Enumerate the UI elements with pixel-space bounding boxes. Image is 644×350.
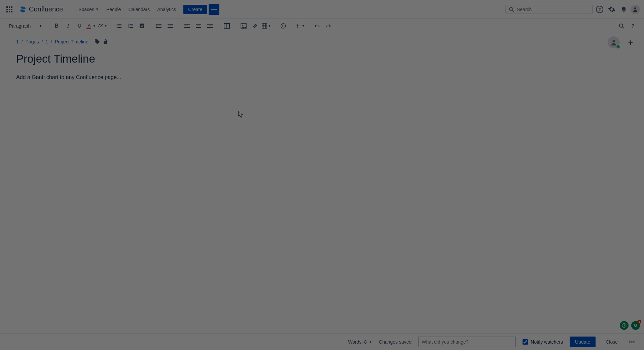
align-center-button[interactable]	[193, 21, 204, 31]
svg-line-65	[622, 27, 624, 28]
svg-point-59	[281, 24, 286, 28]
svg-text:?: ?	[631, 23, 634, 29]
grammarly-widget-2[interactable]: G 1	[631, 321, 640, 330]
svg-rect-23	[118, 24, 121, 25]
restrictions-icon[interactable]	[103, 39, 108, 44]
svg-point-16	[634, 7, 636, 9]
nav-calendars[interactable]: Calendars	[125, 5, 153, 14]
find-replace-button[interactable]	[616, 21, 627, 31]
paragraph-style-dropdown[interactable]: Paragraph ▼	[6, 22, 45, 30]
underline-button[interactable]: U	[74, 21, 84, 31]
nav-analytics[interactable]: Analytics	[154, 5, 179, 14]
notify-watchers-label: Notify watchers	[531, 339, 563, 345]
search-input[interactable]	[517, 7, 589, 12]
numbered-list-button[interactable]: 123	[126, 21, 136, 31]
insert-more-button[interactable]: ▼	[295, 21, 305, 31]
align-left-button[interactable]	[182, 21, 192, 31]
svg-point-71	[633, 341, 635, 343]
breadcrumb-pages[interactable]: Pages	[26, 39, 39, 44]
nav-spaces[interactable]: Spaces ▼	[75, 5, 102, 14]
svg-rect-29	[130, 24, 133, 25]
nav-people[interactable]: People	[103, 5, 124, 14]
help-icon[interactable]: ?	[594, 4, 605, 15]
editor-toolbar: Paragraph ▼ B I U A ▼ A ▼ 123	[0, 19, 644, 33]
crumb-separator: /	[41, 39, 43, 44]
svg-rect-44	[196, 24, 201, 25]
version-comment-input[interactable]	[418, 337, 516, 347]
svg-rect-36	[158, 26, 162, 26]
app-switcher-icon[interactable]	[4, 4, 15, 15]
svg-rect-49	[207, 27, 213, 28]
svg-text:A: A	[98, 24, 101, 28]
svg-rect-1	[9, 6, 10, 8]
svg-rect-31	[130, 26, 133, 26]
top-nav: Confluence Spaces ▼ People Calendars Ana…	[0, 0, 644, 19]
svg-rect-0	[6, 6, 8, 8]
svg-point-9	[211, 9, 213, 10]
outdent-button[interactable]	[154, 21, 164, 31]
settings-icon[interactable]	[606, 4, 617, 15]
page-tools: +	[608, 36, 636, 48]
chevron-down-icon: ▼	[93, 24, 96, 28]
update-button[interactable]: Update	[570, 337, 596, 347]
svg-point-12	[509, 7, 513, 11]
svg-rect-7	[9, 11, 10, 12]
svg-rect-41	[184, 24, 190, 25]
svg-point-70	[631, 341, 633, 343]
grammarly-badge: 1	[637, 320, 641, 324]
create-button[interactable]: Create	[183, 5, 207, 14]
breadcrumb-space[interactable]: 1	[16, 39, 19, 44]
presence-badge	[616, 44, 620, 49]
clear-formatting-button[interactable]: A ▼	[97, 21, 107, 31]
page-body[interactable]: Add a Gantt chart to any Confluence page…	[16, 73, 628, 81]
task-list-button[interactable]	[137, 21, 147, 31]
svg-rect-54	[262, 24, 267, 28]
grammarly-widget-1[interactable]	[620, 321, 629, 330]
svg-rect-34	[140, 24, 144, 28]
create-more-button[interactable]	[209, 4, 219, 15]
search-box[interactable]	[505, 5, 593, 14]
text-color-button[interactable]: A ▼	[86, 21, 96, 31]
invite-collaborator-button[interactable]: +	[625, 37, 636, 48]
page-title[interactable]: Project Timeline	[16, 53, 628, 65]
product-name: Confluence	[29, 5, 63, 13]
bold-button[interactable]: B	[51, 21, 62, 31]
notify-watchers-toggle[interactable]: Notify watchers	[523, 339, 563, 345]
chevron-down-icon: ▼	[301, 24, 305, 28]
confluence-logo[interactable]: Confluence	[16, 5, 66, 13]
editor-help-button[interactable]: ?	[628, 21, 638, 31]
close-button[interactable]: Close	[602, 337, 621, 347]
bullet-list-button[interactable]	[114, 21, 124, 31]
labels-icon[interactable]	[95, 39, 100, 44]
svg-rect-35	[156, 24, 162, 25]
svg-rect-3	[6, 9, 8, 10]
breadcrumb-parent[interactable]: 1	[45, 39, 48, 44]
redo-button[interactable]	[323, 21, 333, 31]
undo-button[interactable]	[312, 21, 322, 31]
chevron-down-icon: ▼	[96, 7, 99, 11]
chevron-down-icon: ▼	[39, 24, 42, 28]
search-icon	[509, 7, 514, 12]
svg-rect-40	[168, 27, 173, 28]
collaborator-avatar[interactable]	[608, 36, 620, 48]
user-avatar[interactable]	[631, 5, 640, 14]
breadcrumb-current[interactable]: Project Timeline	[55, 39, 88, 44]
align-right-button[interactable]	[205, 21, 215, 31]
link-button[interactable]	[250, 21, 260, 31]
paragraph-style-label: Paragraph	[9, 23, 31, 29]
layout-button[interactable]	[222, 21, 232, 31]
svg-rect-48	[209, 26, 213, 26]
table-button[interactable]: ▼	[261, 21, 272, 31]
emoji-button[interactable]	[278, 21, 288, 31]
word-count[interactable]: Words: 8 ▼	[348, 339, 372, 345]
svg-rect-39	[170, 26, 173, 26]
more-actions-button[interactable]	[628, 340, 636, 344]
save-status: Changes saved	[379, 339, 412, 345]
svg-rect-5	[11, 9, 12, 10]
notify-watchers-checkbox[interactable]	[523, 339, 528, 345]
notifications-icon[interactable]	[618, 4, 629, 15]
italic-button[interactable]: I	[63, 21, 73, 31]
svg-point-61	[284, 25, 285, 26]
image-button[interactable]	[239, 21, 249, 31]
indent-button[interactable]	[165, 21, 175, 31]
